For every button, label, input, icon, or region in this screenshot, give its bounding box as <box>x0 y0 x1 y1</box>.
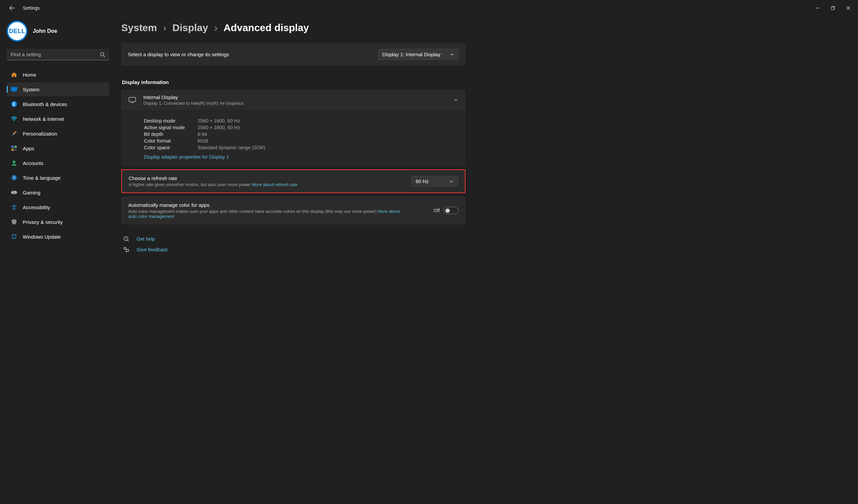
shield-icon <box>11 218 17 225</box>
related-links: ? Get help Give feedback <box>123 236 465 253</box>
gamepad-icon <box>11 189 17 196</box>
svg-text:?: ? <box>125 237 127 240</box>
auto-color-toggle[interactable] <box>444 207 459 214</box>
sidebar-item-network[interactable]: Network & internet <box>7 112 109 126</box>
profile-name: John Doe <box>33 28 57 34</box>
clock-icon <box>11 174 17 181</box>
chevron-down-icon <box>449 179 454 184</box>
section-heading-display-info: Display information <box>122 79 465 85</box>
svg-rect-2 <box>13 75 15 77</box>
svg-point-1 <box>100 52 104 56</box>
display-selector-label: Select a display to view or change its s… <box>128 51 229 57</box>
accessibility-icon <box>11 204 17 211</box>
get-help-link[interactable]: ? Get help <box>123 236 465 242</box>
svg-rect-8 <box>14 146 17 148</box>
display-selector-dropdown[interactable]: Display 1: Internal Display <box>378 49 459 60</box>
display-info-body: Desktop mode2560 × 1600, 60 Hz Active si… <box>121 111 465 166</box>
display-info-header[interactable]: Internal Display Display 1: Connected to… <box>121 90 465 111</box>
minimize-icon <box>815 6 820 10</box>
display-info-expander: Internal Display Display 1: Connected to… <box>121 90 465 166</box>
sidebar-item-update[interactable]: Windows Update <box>7 230 109 244</box>
breadcrumb-item-system[interactable]: System <box>121 22 157 33</box>
link-text: Give feedback <box>137 247 168 252</box>
adapter-properties-link[interactable]: Display adapter properties for Display 1 <box>144 154 229 160</box>
refresh-rate-more-link[interactable]: More about refresh rate <box>252 182 297 187</box>
sidebar-item-label: Windows Update <box>23 234 61 240</box>
sidebar-item-label: Home <box>23 72 36 78</box>
refresh-rate-subtitle: A higher rate gives smoother motion, but… <box>129 182 297 187</box>
arrow-left-icon <box>10 5 15 11</box>
auto-color-card: Automatically manage color for apps Auto… <box>121 196 465 225</box>
sidebar-item-system[interactable]: System <box>7 82 109 96</box>
display-info-subtitle: Display 1: Connected to Intel(R) Iris(R)… <box>143 101 447 106</box>
search-input[interactable] <box>7 49 109 60</box>
kv-row: Color spaceStandard dynamic range (SDR) <box>144 145 458 150</box>
update-icon <box>11 233 17 240</box>
svg-rect-9 <box>11 149 14 151</box>
sidebar-item-bluetooth[interactable]: Bluetooth & devices <box>7 97 109 111</box>
maximize-button[interactable] <box>825 1 841 15</box>
sidebar-item-home[interactable]: Home <box>7 68 109 82</box>
close-button[interactable] <box>841 1 856 15</box>
sidebar-item-gaming[interactable]: Gaming <box>7 185 109 199</box>
sidebar-item-personalization[interactable]: Personalization <box>7 127 109 141</box>
maximize-icon <box>831 6 835 10</box>
close-icon <box>846 6 850 10</box>
chevron-up-icon <box>454 98 458 102</box>
bluetooth-icon <box>11 101 17 108</box>
sidebar-item-label: Accounts <box>23 160 44 166</box>
search-icon <box>100 52 105 57</box>
svg-point-15 <box>16 192 17 193</box>
kv-row: Bit depth8-bit <box>144 131 458 137</box>
monitor-icon <box>129 97 137 103</box>
svg-point-11 <box>13 161 15 163</box>
home-icon <box>11 71 17 78</box>
chevron-down-icon <box>450 52 455 57</box>
refresh-rate-dropdown[interactable]: 60 Hz <box>411 176 458 187</box>
system-icon <box>11 86 17 93</box>
profile[interactable]: DELL John Doe <box>7 19 109 48</box>
sidebar-item-label: Accessibility <box>23 205 50 210</box>
sidebar-item-label: Bluetooth & devices <box>23 101 67 107</box>
svg-rect-3 <box>11 87 17 91</box>
refresh-rate-title: Choose a refresh rate <box>129 175 297 181</box>
svg-rect-4 <box>13 91 15 92</box>
avatar: DELL <box>7 21 28 42</box>
breadcrumb: System › Display › Advanced display <box>121 22 465 33</box>
sidebar-item-accessibility[interactable]: Accessibility <box>7 200 109 214</box>
page-title: Advanced display <box>223 22 309 33</box>
minimize-button[interactable] <box>810 1 825 15</box>
sidebar-item-accounts[interactable]: Accounts <box>7 156 109 170</box>
dropdown-value: Display 1: Internal Display <box>382 51 440 57</box>
sidebar-item-apps[interactable]: Apps <box>7 141 109 155</box>
display-info-title: Internal Display <box>143 94 447 100</box>
give-feedback-link[interactable]: Give feedback <box>123 247 465 253</box>
sidebar-item-label: Network & internet <box>23 116 64 122</box>
link-text: Get help <box>137 236 155 242</box>
sidebar-item-time[interactable]: Time & language <box>7 171 109 185</box>
svg-rect-7 <box>11 146 14 148</box>
main-content: System › Display › Advanced display Sele… <box>114 16 479 257</box>
sidebar-item-label: Time & language <box>23 175 61 181</box>
svg-rect-17 <box>129 97 136 102</box>
breadcrumb-item-display[interactable]: Display <box>173 22 208 33</box>
dropdown-value: 60 Hz <box>416 178 429 184</box>
svg-point-6 <box>14 120 15 121</box>
sidebar-item-label: Personalization <box>23 131 57 136</box>
paintbrush-icon <box>11 130 17 137</box>
title-bar: Settings <box>0 0 858 16</box>
auto-color-title: Automatically manage color for apps <box>128 202 403 208</box>
sidebar-item-privacy[interactable]: Privacy & security <box>7 215 109 229</box>
feedback-icon <box>123 247 131 253</box>
help-icon: ? <box>123 236 131 242</box>
kv-row: Active signal mode2560 × 1600, 60 Hz <box>144 125 458 130</box>
wifi-icon <box>11 115 17 122</box>
toggle-state-label: Off <box>434 208 440 213</box>
sidebar: DELL John Doe Home System Bluetooth & de… <box>0 16 114 257</box>
svg-point-20 <box>124 247 126 249</box>
sidebar-item-label: Privacy & security <box>23 219 63 225</box>
apps-icon <box>11 145 17 151</box>
svg-point-16 <box>13 205 15 206</box>
search <box>7 49 109 60</box>
back-button[interactable] <box>5 1 19 15</box>
